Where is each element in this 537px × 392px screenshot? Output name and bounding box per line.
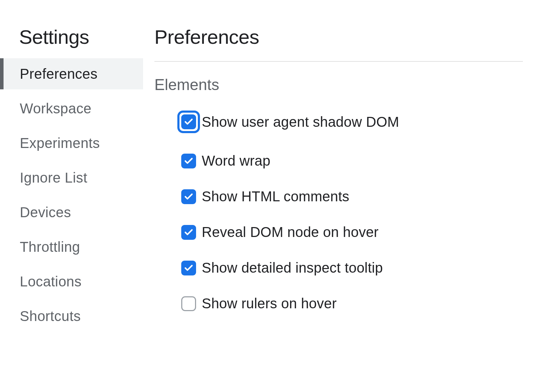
panel-title: Preferences — [154, 25, 523, 62]
option-show-html-comments[interactable]: Show HTML comments — [181, 189, 523, 204]
settings-sidebar: Settings Preferences Workspace Experimen… — [0, 0, 143, 392]
options-list: Show user agent shadow DOM Word wrap Sho… — [154, 111, 523, 311]
checkbox-icon[interactable] — [181, 154, 196, 168]
option-label: Reveal DOM node on hover — [202, 224, 379, 240]
option-detailed-inspect-tooltip[interactable]: Show detailed inspect tooltip — [181, 260, 523, 276]
sidebar-item-workspace[interactable]: Workspace — [0, 93, 143, 124]
sidebar-item-locations[interactable]: Locations — [0, 266, 143, 297]
sidebar-item-devices[interactable]: Devices — [0, 197, 143, 228]
sidebar-item-shortcuts[interactable]: Shortcuts — [0, 301, 143, 332]
sidebar-item-ignore-list[interactable]: Ignore List — [0, 162, 143, 193]
option-label: Word wrap — [202, 153, 270, 169]
option-word-wrap[interactable]: Word wrap — [181, 153, 523, 169]
sidebar-item-throttling[interactable]: Throttling — [0, 231, 143, 262]
option-label: Show detailed inspect tooltip — [202, 260, 383, 276]
checkbox-focus-ring — [177, 111, 200, 133]
option-label: Show rulers on hover — [202, 296, 337, 311]
option-label: Show HTML comments — [202, 189, 349, 204]
checkbox-icon[interactable] — [181, 296, 196, 311]
checkbox-icon[interactable] — [181, 225, 196, 240]
checkbox-icon[interactable] — [181, 261, 196, 275]
sidebar-item-experiments[interactable]: Experiments — [0, 127, 143, 159]
preferences-panel: Preferences Elements Show user agent sha… — [143, 0, 537, 392]
checkbox-icon[interactable] — [181, 189, 196, 204]
option-label: Show user agent shadow DOM — [202, 114, 399, 130]
option-show-rulers-on-hover[interactable]: Show rulers on hover — [181, 296, 523, 311]
checkbox-icon[interactable] — [181, 114, 196, 129]
sidebar-title: Settings — [0, 0, 143, 58]
option-show-shadow-dom[interactable]: Show user agent shadow DOM — [181, 111, 523, 133]
sidebar-item-preferences[interactable]: Preferences — [0, 58, 143, 89]
section-title-elements: Elements — [154, 76, 523, 94]
option-reveal-dom-on-hover[interactable]: Reveal DOM node on hover — [181, 224, 523, 240]
